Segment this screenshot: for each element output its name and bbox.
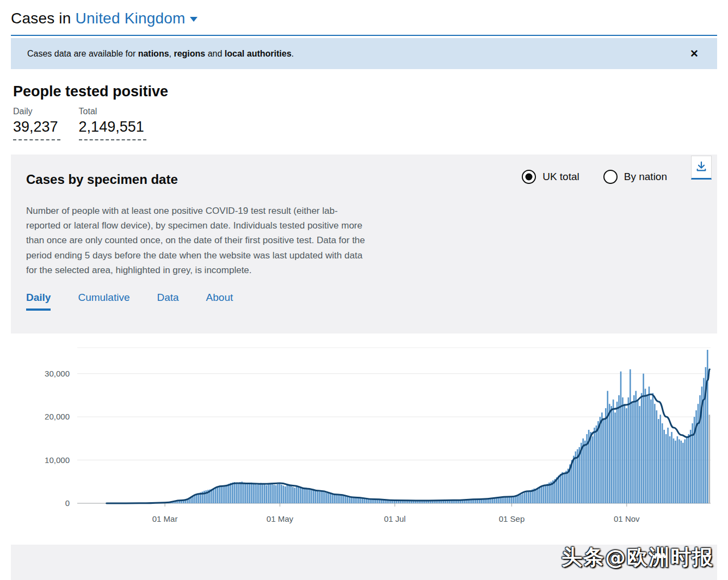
download-icon (695, 160, 707, 175)
chart-description: Number of people with at least one posit… (26, 203, 372, 277)
chevron-down-icon (190, 17, 198, 22)
tab-daily[interactable]: Daily (26, 292, 51, 311)
radio-by-nation[interactable]: By nation (603, 170, 667, 184)
card-header: Cases by specimen date UK total By natio… (11, 168, 717, 187)
svg-text:01 Jul: 01 Jul (384, 514, 406, 523)
location-dropdown[interactable]: United Kingdom (76, 10, 198, 27)
radio-by-nation-label: By nation (624, 171, 667, 183)
svg-text:10,000: 10,000 (45, 455, 70, 464)
svg-text:01 Mar: 01 Mar (152, 514, 178, 523)
banner-text: Cases data are available for nations, re… (27, 49, 294, 59)
page-title: Cases in United Kingdom (11, 10, 717, 27)
svg-text:20,000: 20,000 (45, 412, 70, 421)
cases-chart[interactable]: 010,00020,00030,00001 Mar01 May01 Jul01 … (11, 334, 717, 545)
stat-daily-label: Daily (13, 107, 60, 116)
covid-dashboard-page: Cases in United Kingdom Cases data are a… (0, 0, 728, 580)
radio-uk-total-label: UK total (542, 171, 579, 183)
stat-total-value: 2,149,551 (79, 119, 146, 140)
tab-data[interactable]: Data (157, 292, 178, 311)
tab-cumulative[interactable]: Cumulative (78, 292, 129, 311)
svg-text:30,000: 30,000 (45, 369, 70, 378)
stat-total: Total 2,149,551 (79, 107, 146, 140)
radio-uk-total[interactable]: UK total (522, 170, 579, 184)
tab-about[interactable]: About (206, 292, 233, 311)
chart-tabs: Daily Cumulative Data About (26, 292, 702, 311)
banner-close-button[interactable]: ✕ (688, 46, 701, 61)
chart-svg[interactable]: 010,00020,00030,00001 Mar01 May01 Jul01 … (11, 340, 717, 535)
download-button[interactable] (691, 156, 712, 180)
stat-total-label: Total (79, 107, 146, 116)
svg-text:01 Nov: 01 Nov (614, 514, 640, 523)
stats-row: Daily 39,237 Total 2,149,551 (13, 107, 717, 140)
stats-heading: People tested positive (13, 83, 717, 100)
radio-unselected-icon (603, 170, 618, 184)
svg-text:01 Sep: 01 Sep (499, 514, 525, 523)
page-title-prefix: Cases in (11, 10, 71, 27)
info-banner: Cases data are available for nations, re… (11, 38, 717, 69)
cases-card: Cases by specimen date UK total By natio… (11, 155, 717, 580)
scope-radio-group: UK total By nation (522, 168, 702, 184)
svg-text:0: 0 (65, 498, 70, 508)
stat-daily: Daily 39,237 (13, 107, 60, 140)
page-header: Cases in United Kingdom (0, 0, 728, 27)
svg-text:01 May: 01 May (267, 514, 294, 523)
header-divider (11, 35, 717, 36)
radio-selected-icon (522, 170, 536, 184)
stat-daily-value: 39,237 (13, 119, 60, 140)
headline-stats: People tested positive Daily 39,237 Tota… (0, 69, 728, 140)
card-title: Cases by specimen date (26, 168, 178, 187)
location-name: United Kingdom (76, 10, 186, 27)
